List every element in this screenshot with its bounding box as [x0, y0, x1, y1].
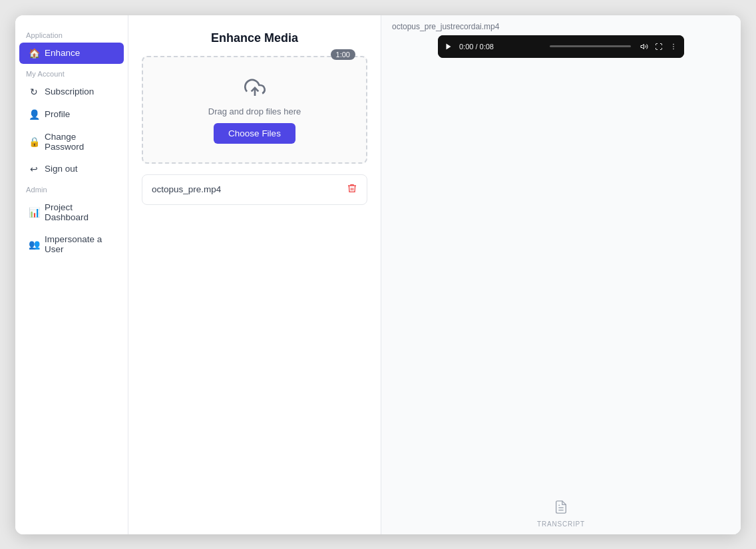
- left-panel: Enhance Media 1:00 Drag and drop files h…: [128, 15, 381, 534]
- video-filename: octopus_pre_justrecordai.mp4: [381, 15, 741, 35]
- upload-icon: [243, 76, 267, 100]
- section-admin: Admin: [15, 180, 128, 196]
- sidebar-item-change-password[interactable]: 🔒 Change Password: [19, 126, 124, 157]
- delete-icon[interactable]: [347, 183, 357, 196]
- file-name: octopus_pre.mp4: [152, 184, 221, 194]
- file-item: octopus_pre.mp4: [142, 174, 367, 205]
- drop-zone[interactable]: 1:00 Drag and drop files here Choose Fil…: [142, 56, 367, 164]
- video-player: 0:00 / 0:08: [438, 35, 684, 58]
- play-button[interactable]: [445, 43, 453, 51]
- sidebar-item-impersonate-label: Impersonate a User: [45, 234, 114, 254]
- sidebar-item-enhance[interactable]: 🏠 Enhance: [19, 43, 124, 64]
- section-my-account: My Account: [15, 65, 128, 81]
- sidebar-item-change-password-label: Change Password: [45, 132, 114, 152]
- section-application: Application: [15, 26, 128, 42]
- drop-zone-badge: 1:00: [331, 49, 355, 60]
- app-container: Application 🏠 Enhance My Account ↻ Subsc…: [15, 15, 741, 534]
- transcript-icon: [554, 500, 568, 518]
- sidebar: Application 🏠 Enhance My Account ↻ Subsc…: [15, 15, 128, 534]
- video-container: 0:00 / 0:08: [381, 35, 741, 493]
- sidebar-item-profile-label: Profile: [45, 109, 70, 119]
- sidebar-item-project-dashboard[interactable]: 📊 Project Dashboard: [19, 197, 124, 228]
- sidebar-item-impersonate[interactable]: 👥 Impersonate a User: [19, 229, 124, 260]
- transcript-area: TRANSCRIPT: [381, 493, 741, 534]
- signout-icon: ↩: [29, 164, 39, 174]
- drop-zone-text: Drag and drop files here: [208, 106, 301, 116]
- svg-marker-2: [641, 44, 644, 49]
- sidebar-item-project-dashboard-label: Project Dashboard: [45, 202, 114, 222]
- home-icon: 🏠: [29, 48, 39, 59]
- svg-marker-1: [447, 43, 451, 49]
- choose-files-button[interactable]: Choose Files: [214, 123, 295, 144]
- user-icon: 👤: [29, 109, 39, 120]
- lock-icon: 🔒: [29, 136, 39, 147]
- transcript-label: TRANSCRIPT: [537, 520, 585, 528]
- video-controls: 0:00 / 0:08: [438, 35, 684, 58]
- more-options-button[interactable]: [669, 43, 677, 51]
- sidebar-item-sign-out-label: Sign out: [45, 164, 78, 174]
- panel-title: Enhance Media: [142, 31, 367, 45]
- sidebar-item-subscription-label: Subscription: [45, 87, 94, 96]
- svg-point-3: [673, 43, 674, 45]
- sidebar-item-enhance-label: Enhance: [45, 48, 80, 58]
- svg-point-4: [673, 46, 674, 47]
- right-panel: octopus_pre_justrecordai.mp4: [381, 15, 741, 534]
- main-content: Enhance Media 1:00 Drag and drop files h…: [128, 15, 741, 534]
- sidebar-item-profile[interactable]: 👤 Profile: [19, 104, 124, 125]
- main-inner: Enhance Media 1:00 Drag and drop files h…: [128, 15, 741, 534]
- sidebar-item-sign-out[interactable]: ↩ Sign out: [19, 158, 124, 180]
- chart-icon: 📊: [29, 207, 39, 218]
- volume-button[interactable]: [640, 43, 648, 51]
- fullscreen-button[interactable]: [655, 43, 663, 51]
- time-display: 0:00 / 0:08: [459, 43, 540, 51]
- refresh-icon: ↻: [29, 87, 39, 97]
- impersonate-icon: 👥: [29, 239, 39, 250]
- sidebar-item-subscription[interactable]: ↻ Subscription: [19, 81, 124, 102]
- progress-bar[interactable]: [550, 45, 631, 47]
- svg-point-5: [673, 48, 674, 49]
